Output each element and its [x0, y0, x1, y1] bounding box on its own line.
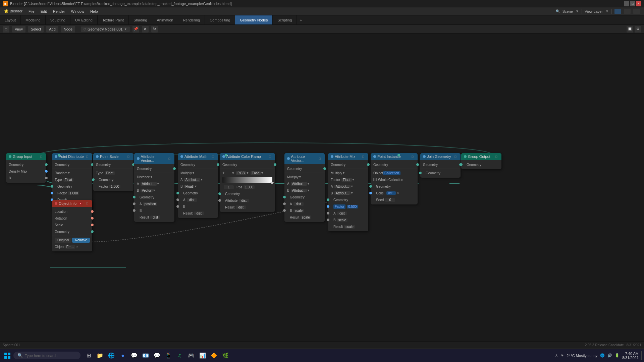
- taskbar-app4[interactable]: 🎮: [186, 350, 197, 361]
- node-type-icon[interactable]: ⬡: [3, 26, 9, 33]
- btn-relative[interactable]: Relative: [72, 238, 90, 243]
- menu-edit[interactable]: Edit: [38, 9, 50, 14]
- node-group-input-header[interactable]: Group Input □: [6, 153, 46, 160]
- close-tree-button[interactable]: ✕: [142, 26, 149, 33]
- overlay-button[interactable]: 🔲: [627, 26, 633, 33]
- menu-blender[interactable]: 🌟 Blender: [1, 8, 25, 14]
- socket-ps-geo-in[interactable]: [92, 178, 95, 181]
- taskbar-chrome[interactable]: ●: [117, 350, 128, 361]
- node-am-header[interactable]: Attribute Math □: [178, 153, 218, 160]
- socket-am-geo-out[interactable]: [217, 163, 219, 166]
- taskbar-blender[interactable]: 🔶: [209, 350, 219, 361]
- node-am-collapse[interactable]: □: [212, 155, 215, 158]
- acr-remove-btn[interactable]: —: [226, 171, 230, 175]
- node-acr-header[interactable]: Attribute Color Ramp □: [220, 153, 275, 160]
- btn-original[interactable]: Original: [55, 238, 71, 243]
- taskbar-explorer[interactable]: 📁: [95, 350, 105, 361]
- socket-b-out[interactable]: [45, 177, 48, 179]
- node-pd-collapse[interactable]: □: [86, 155, 90, 158]
- node-av1-header[interactable]: Attribute Vector... □: [134, 153, 174, 164]
- socket-acr-geo-out[interactable]: [274, 163, 276, 166]
- minimize-button[interactable]: —: [624, 1, 629, 6]
- tab-compositing[interactable]: Compositing: [205, 15, 235, 25]
- pin-button[interactable]: 📌: [132, 26, 139, 33]
- node-amix-header[interactable]: Attribute Mix □: [328, 153, 368, 160]
- socket-amix-geo-out[interactable]: [367, 163, 370, 166]
- tab-rendering[interactable]: Rendering: [178, 15, 205, 25]
- node-oi-collapse[interactable]: □: [86, 202, 90, 205]
- socket-pi-collection[interactable]: [369, 192, 372, 194]
- select-menu-button[interactable]: Select: [28, 26, 44, 33]
- tab-geometry-nodes[interactable]: Geometry Nodes: [235, 15, 273, 25]
- tab-uv-editing[interactable]: UV Editing: [70, 15, 98, 25]
- socket-amix-geo-in[interactable]: [327, 198, 329, 201]
- tab-texture-paint[interactable]: Texture Paint: [98, 15, 129, 25]
- socket-av1-geo-in[interactable]: [133, 196, 136, 198]
- acr-add-btn[interactable]: +: [222, 171, 225, 175]
- taskbar-discord[interactable]: 💬: [129, 350, 140, 361]
- node-av2-header[interactable]: Attribute Vector... □: [284, 153, 325, 164]
- socket-oi-rotation[interactable]: [91, 217, 94, 220]
- color-ramp-bar[interactable]: [222, 177, 272, 183]
- socket-oi-scale[interactable]: [91, 224, 94, 226]
- socket-amix-a-in[interactable]: [327, 212, 329, 215]
- socket-oi-geometry[interactable]: [91, 230, 94, 233]
- socket-av1-geo-out[interactable]: [173, 167, 176, 170]
- menu-file[interactable]: File: [26, 9, 37, 14]
- show-desktop-btn[interactable]: [641, 351, 643, 360]
- taskview-button[interactable]: ⊞: [83, 350, 94, 361]
- socket-av2-geo-out[interactable]: [323, 167, 326, 170]
- socket-pi-geo-in[interactable]: [369, 185, 372, 188]
- node-canvas[interactable]: Group Input □ Geometry Density Max B Poi…: [0, 34, 644, 353]
- tab-scripting[interactable]: Scripting: [273, 15, 297, 25]
- tab-sculpting[interactable]: Sculpting: [46, 15, 70, 25]
- node-menu-button[interactable]: Node: [61, 26, 75, 33]
- node-av1-collapse[interactable]: □: [169, 157, 172, 160]
- socket-av2-a-in[interactable]: [283, 202, 286, 205]
- node-av2-collapse[interactable]: □: [319, 157, 322, 160]
- collection-clear-btn[interactable]: ✕: [396, 191, 399, 195]
- tray-chevron[interactable]: ∧: [555, 353, 558, 358]
- tray-battery[interactable]: 🔋: [615, 353, 620, 358]
- node-object-info-header[interactable]: Object Info ● □: [52, 200, 92, 207]
- view-settings-button[interactable]: ⚙: [635, 26, 641, 33]
- socket-jg-geo-in[interactable]: [419, 172, 422, 174]
- tab-modeling[interactable]: Modeling: [21, 15, 46, 25]
- menu-help[interactable]: Help: [88, 9, 101, 14]
- taskbar-app2[interactable]: 💬: [152, 350, 162, 361]
- menu-render[interactable]: Render: [50, 9, 68, 14]
- system-clock[interactable]: 7:40 AM 8/31/2021: [622, 352, 639, 360]
- node-ps-collapse[interactable]: □: [127, 155, 131, 158]
- view-menu-button[interactable]: View: [12, 26, 25, 33]
- socket-geometry-out[interactable]: [45, 163, 48, 166]
- socket-pd-geo-in[interactable]: [51, 185, 53, 188]
- socket-pd-factor[interactable]: [51, 192, 53, 194]
- taskbar-search-bar[interactable]: 🔍 Type here to search: [13, 352, 80, 359]
- tray-volume[interactable]: 🔊: [607, 353, 612, 358]
- socket-amix-factor-in[interactable]: [327, 205, 329, 208]
- taskbar-spotify[interactable]: ♫: [174, 350, 185, 361]
- socket-am-geo-in[interactable]: [176, 192, 179, 194]
- node-go-collapse[interactable]: □: [495, 155, 499, 158]
- socket-pi-geo-out[interactable]: [416, 163, 419, 166]
- socket-acr-attr[interactable]: [218, 199, 221, 202]
- start-button[interactable]: [1, 350, 13, 362]
- taskbar-app3[interactable]: 📱: [163, 350, 174, 361]
- add-workspace-button[interactable]: +: [297, 16, 305, 24]
- socket-av2-b-in[interactable]: [283, 209, 286, 212]
- node-jg-header[interactable]: Join Geometry □: [420, 153, 461, 160]
- node-collapse-btn[interactable]: □: [40, 155, 44, 158]
- taskbar-app1[interactable]: 📧: [140, 350, 151, 361]
- socket-av1-a-in[interactable]: [133, 202, 136, 205]
- tab-animation[interactable]: Animation: [152, 15, 178, 25]
- socket-acr-geo-in[interactable]: [218, 192, 221, 195]
- socket-oi-location[interactable]: [91, 210, 94, 213]
- node-go-header[interactable]: Group Output □: [461, 153, 501, 160]
- taskbar-app5[interactable]: 📊: [197, 350, 208, 361]
- taskbar-app6[interactable]: 🌿: [220, 350, 231, 361]
- node-pi-header[interactable]: Point Instance □: [371, 153, 418, 160]
- object-clear-btn[interactable]: ✕: [76, 245, 78, 248]
- socket-go-geo-in[interactable]: [460, 163, 463, 166]
- menu-window[interactable]: Window: [68, 9, 87, 14]
- node-acr-collapse[interactable]: □: [269, 155, 272, 158]
